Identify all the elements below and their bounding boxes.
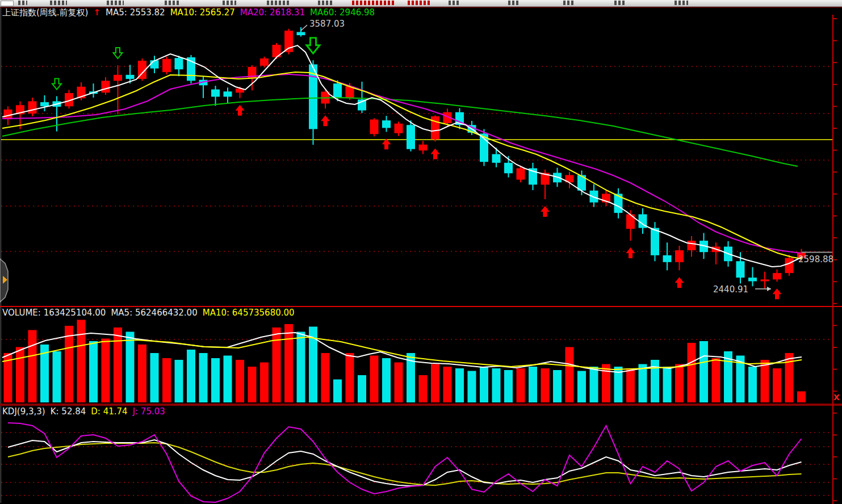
candle-body (102, 81, 110, 93)
volume-bar (712, 358, 720, 402)
candle-body (504, 163, 513, 173)
volume-bar (273, 327, 281, 402)
signal-markers (52, 38, 782, 300)
kdj-k-value: K: 52.84 (51, 406, 86, 417)
ma5-line (2, 45, 802, 267)
candle-body (688, 241, 696, 250)
candle-body (114, 75, 122, 81)
volume-bar (663, 367, 672, 402)
volume-bar (541, 368, 550, 402)
candle-body (651, 228, 659, 255)
volume-bar (431, 364, 439, 403)
candle-body (419, 145, 428, 150)
candle-body (785, 258, 794, 273)
buy-arrow-icon (382, 138, 391, 149)
volume-bar (16, 347, 24, 403)
buy-arrow-icon (675, 277, 684, 288)
volume-bar (53, 351, 61, 402)
candle-body (211, 90, 220, 97)
candle-body (773, 273, 781, 279)
candle-body (150, 60, 159, 68)
volume-header: VOLUME: 163425104.00MA5: 562466432.00MA1… (2, 308, 300, 318)
sell-arrow-big-icon (307, 38, 320, 54)
candle-body (224, 91, 232, 96)
volume-bar (651, 360, 659, 402)
volume-bar (773, 368, 781, 402)
right-axis (833, 15, 837, 504)
candle-body (370, 120, 379, 135)
volume-bar (126, 332, 135, 403)
candle-body (517, 168, 525, 179)
buy-arrow-icon (541, 206, 550, 217)
volume-bar (28, 330, 37, 403)
kdj-indicator-name: KDJ(9,3,3) (2, 406, 45, 417)
volume-bar (626, 368, 635, 402)
candle-body (333, 83, 342, 98)
sell-arrow-icon (114, 48, 123, 58)
volume-bar (260, 363, 269, 403)
volume-bar (162, 358, 171, 402)
volume-bar (65, 326, 73, 402)
volume-bar (297, 332, 305, 403)
ma10-value: MA10: 2565.27 (170, 7, 235, 18)
main-chart-header: 上证指数(周线.前复权)↑MA5: 2553.82MA10: 2565.27MA… (2, 7, 380, 18)
candle-body (614, 194, 623, 213)
kdj-j-value: J: 75.03 (133, 406, 165, 417)
buy-arrow-icon (431, 148, 440, 159)
ma60-value: MA60: 2946.98 (310, 7, 375, 18)
candle-body (492, 154, 501, 163)
candle-body (297, 32, 305, 35)
volume-bar (175, 360, 183, 402)
candle-body (260, 58, 269, 66)
candle-body (761, 279, 769, 281)
low-label: 2440.91 (713, 284, 748, 295)
volume-bar (114, 327, 122, 402)
volume-bar (199, 353, 208, 402)
buy-arrow-icon (321, 115, 330, 126)
volume-bar (321, 353, 330, 402)
chart-canvas[interactable]: 3587.032440.912598.88 (0, 0, 842, 504)
volume-bar (443, 367, 452, 402)
volume-bar (639, 364, 647, 403)
volume-bar (102, 339, 110, 403)
instrument-title: 上证指数(周线.前复权) (2, 7, 88, 18)
volume-bar (565, 347, 574, 403)
volume-pane-divider (0, 306, 842, 307)
volume-bar (590, 367, 598, 402)
candle-body (162, 59, 171, 72)
volume-bar (688, 343, 696, 402)
trend-up-arrow-icon: ↑ (93, 7, 100, 18)
candle-body (663, 255, 672, 262)
volume-bar (480, 367, 488, 402)
stock-app-window: 3587.032440.912598.88 上证指数(周线.前复权)↑MA5: … (0, 0, 842, 504)
volume-bar (395, 363, 403, 403)
volume-bar (370, 356, 379, 403)
volume-bar (187, 350, 195, 402)
candle-body (126, 75, 135, 79)
kdj-k-line (8, 440, 802, 486)
candle-body (748, 278, 757, 281)
volume-bar (492, 368, 501, 402)
kdj-pane-divider (0, 404, 842, 406)
candle-body (40, 102, 49, 106)
buy-arrow-icon (626, 247, 635, 258)
candle-body (431, 116, 439, 140)
sell-arrow-icon (52, 79, 61, 90)
kdj-header: KDJ(9,3,3)K: 52.84D: 41.74J: 75.03 (2, 406, 170, 417)
volume-bar (224, 356, 232, 403)
peak-high-label: 3587.03 (309, 19, 345, 29)
buy-arrow-icon (773, 288, 782, 299)
volume-bar (236, 360, 244, 402)
volume-bar (419, 375, 428, 402)
candle-body (736, 261, 745, 278)
volume-bar (797, 392, 806, 403)
ma-lines (2, 45, 802, 267)
ma5-value: MA5: 2553.82 (106, 7, 165, 18)
volume-bar (150, 353, 159, 402)
volume-bar (699, 341, 708, 402)
volume-bar (529, 367, 537, 402)
volume-ma5-value: MA5: 562466432.00 (111, 308, 197, 318)
close-indicator-button[interactable]: X (833, 393, 840, 402)
ma20-line (2, 74, 801, 253)
volume-bar (517, 368, 525, 402)
